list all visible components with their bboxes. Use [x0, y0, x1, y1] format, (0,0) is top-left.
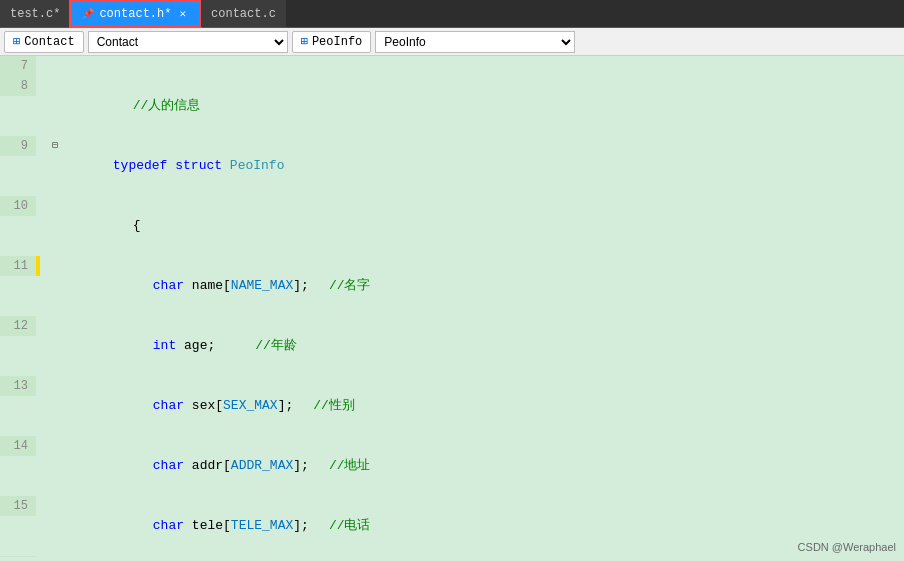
no-bar-16: [36, 556, 40, 557]
code-content-8: //人的信息: [62, 76, 904, 136]
code-area[interactable]: 7 8 //人的信息 9 ⊟ typedef struct PeoInfo 10…: [0, 56, 904, 557]
code-line-14: 14 char addr[ADDR_MAX];//地址: [0, 436, 904, 496]
tab-test-label: test.c*: [10, 7, 60, 21]
code-line-9: 9 ⊟ typedef struct PeoInfo: [0, 136, 904, 196]
yellow-bar-11: [36, 256, 40, 276]
code-line-16: 16 }PeoInfo;: [0, 556, 904, 557]
tab-contact-h[interactable]: 📌 contact.h* ✕: [70, 0, 201, 27]
no-bar-8: [36, 76, 40, 96]
code-line-10: 10 {: [0, 196, 904, 256]
watermark: CSDN @Weraphael: [798, 541, 896, 553]
contact-symbol-label: Contact: [24, 35, 74, 49]
no-bar-9: [36, 136, 40, 156]
collapse-9[interactable]: ⊟: [48, 136, 62, 156]
no-bar-12: [36, 316, 40, 336]
symbol-bar: ⊞ Contact Contact ⊞ PeoInfo PeoInfo: [0, 28, 904, 56]
no-bar-7: [36, 56, 40, 76]
tab-test[interactable]: test.c*: [0, 0, 70, 27]
no-bar-13: [36, 376, 40, 396]
tab-contact-c-label: contact.c: [211, 7, 276, 21]
code-line-7: 7: [0, 56, 904, 76]
code-content-12: int age;//年龄: [62, 316, 904, 376]
peoinfo-symbol-label: PeoInfo: [312, 35, 362, 49]
contact-symbol-item[interactable]: ⊞ Contact: [4, 31, 84, 53]
code-content-16: }PeoInfo;: [62, 556, 904, 557]
peoinfo-symbol-item[interactable]: ⊞ PeoInfo: [292, 31, 372, 53]
tab-bar: test.c* 📌 contact.h* ✕ contact.c: [0, 0, 904, 28]
code-content-10: {: [62, 196, 904, 256]
code-content-15: char tele[TELE_MAX];//电话: [62, 496, 904, 556]
scope-dropdown[interactable]: Contact: [88, 31, 288, 53]
member-dropdown[interactable]: PeoInfo: [375, 31, 575, 53]
tab-contact-h-label: contact.h*: [99, 7, 171, 21]
line-num-9: 9: [0, 136, 36, 156]
no-bar-15: [36, 496, 40, 516]
line-num-11: 11: [0, 256, 36, 276]
peoinfo-symbol-icon: ⊞: [301, 34, 308, 49]
code-content-14: char addr[ADDR_MAX];//地址: [62, 436, 904, 496]
code-content-13: char sex[SEX_MAX];//性别: [62, 376, 904, 436]
code-line-13: 13 char sex[SEX_MAX];//性别: [0, 376, 904, 436]
no-bar-10: [36, 196, 40, 216]
line-num-15: 15: [0, 496, 36, 516]
code-line-12: 12 int age;//年龄: [0, 316, 904, 376]
code-lines-container: 7 8 //人的信息 9 ⊟ typedef struct PeoInfo 10…: [0, 56, 904, 557]
line-num-13: 13: [0, 376, 36, 396]
line-num-7: 7: [0, 56, 36, 76]
line-num-12: 12: [0, 316, 36, 336]
contact-symbol-icon: ⊞: [13, 34, 20, 49]
code-content-9: typedef struct PeoInfo: [62, 136, 904, 196]
tab-contact-c[interactable]: contact.c: [201, 0, 286, 27]
no-bar-14: [36, 436, 40, 456]
line-num-14: 14: [0, 436, 36, 456]
code-line-11: 11 char name[NAME_MAX];//名字: [0, 256, 904, 316]
tab-pin-icon: 📌: [82, 8, 94, 20]
tab-close-button[interactable]: ✕: [176, 6, 189, 21]
line-num-16: 16: [0, 556, 36, 557]
line-num-10: 10: [0, 196, 36, 216]
line-num-8: 8: [0, 76, 36, 96]
code-content-11: char name[NAME_MAX];//名字: [62, 256, 904, 316]
code-line-15: 15 char tele[TELE_MAX];//电话: [0, 496, 904, 556]
code-line-8: 8 //人的信息: [0, 76, 904, 136]
